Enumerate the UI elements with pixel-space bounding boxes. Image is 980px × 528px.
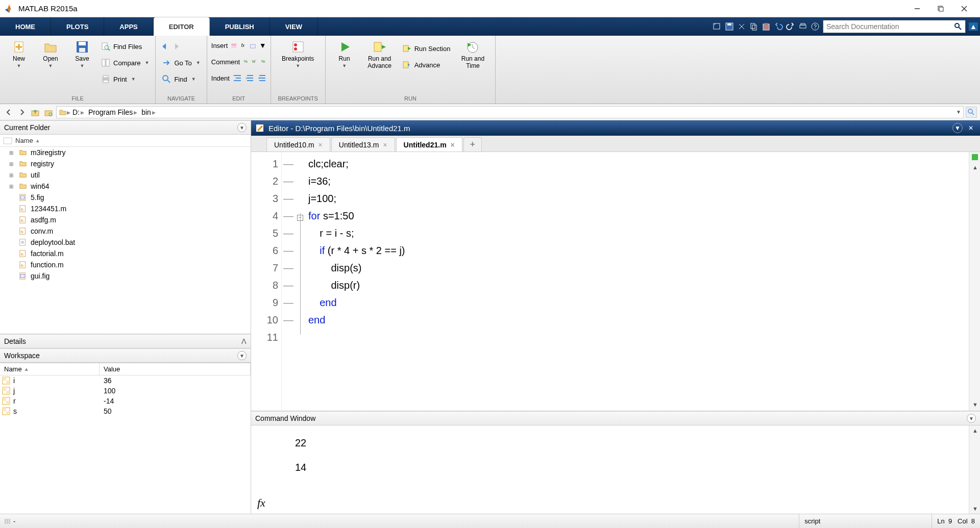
- folder-item[interactable]: ⊞m3iregistry: [0, 147, 251, 158]
- workspace-variable[interactable]: r-14: [0, 396, 251, 406]
- ws-col-value[interactable]: Value: [100, 363, 251, 375]
- path-dropdown[interactable]: ▼: [956, 109, 961, 115]
- find-button[interactable]: Find▼: [160, 72, 202, 86]
- breakpoints-button[interactable]: Breakpoints▼: [275, 39, 321, 68]
- comment-icon[interactable]: %: [243, 59, 249, 64]
- cmd-scroll-down[interactable]: ▼: [972, 506, 978, 512]
- code-editor[interactable]: 1234567891011 —————————— − clc;clear;i=3…: [251, 152, 980, 411]
- folder-item[interactable]: fxconv.m: [0, 225, 251, 237]
- folder-item[interactable]: deploytool.bat: [0, 237, 251, 248]
- new-button[interactable]: New▼: [4, 39, 34, 68]
- details-toggle[interactable]: ᐱ: [241, 337, 247, 345]
- uncomment-icon[interactable]: %: [252, 59, 257, 64]
- copy-icon[interactable]: [749, 22, 758, 31]
- cmd-scroll-up[interactable]: ▲: [972, 428, 978, 434]
- goto-button[interactable]: Go To▼: [160, 56, 202, 69]
- search-documentation[interactable]: [823, 20, 966, 33]
- folder-item[interactable]: fxasdfg.m: [0, 214, 251, 225]
- path-browse-button[interactable]: [43, 107, 54, 118]
- ws-col-name[interactable]: Name▲: [0, 363, 100, 375]
- editor-tab[interactable]: Untitled10.m×: [266, 137, 330, 152]
- insert-toolbox-icon[interactable]: [250, 42, 256, 49]
- path-up-button[interactable]: [30, 107, 41, 118]
- editor-tab[interactable]: Untitled13.m×: [331, 137, 395, 152]
- help-icon[interactable]: ?: [811, 22, 820, 31]
- current-folder-menu[interactable]: ▼: [237, 123, 247, 132]
- workspace-menu[interactable]: ▼: [237, 351, 247, 360]
- insert-section-icon[interactable]: [231, 42, 237, 49]
- scroll-down[interactable]: ▼: [972, 401, 978, 408]
- wrap-comment-icon[interactable]: %: [260, 59, 266, 64]
- scroll-up[interactable]: ▲: [972, 164, 978, 170]
- paste-icon[interactable]: [762, 22, 771, 31]
- breadcrumb[interactable]: ▸ D:▸ Program Files▸ bin▸ ▼: [56, 106, 964, 118]
- tab-view[interactable]: VIEW: [270, 17, 318, 36]
- crumb-part-0[interactable]: Program Files▸: [86, 108, 139, 116]
- editor-dock-menu[interactable]: ▼: [952, 123, 963, 133]
- folder-item[interactable]: ⊞util: [0, 169, 251, 181]
- save-button[interactable]: Save▼: [67, 39, 97, 68]
- folder-column-header[interactable]: Name▲: [0, 135, 251, 147]
- undo-icon[interactable]: [774, 22, 783, 31]
- workspace-variable[interactable]: i36: [0, 375, 251, 386]
- nav-back-icon[interactable]: [160, 42, 169, 51]
- matlab-logo-icon: [4, 4, 14, 14]
- path-fwd-button[interactable]: [16, 107, 28, 118]
- folder-item[interactable]: fxfactorial.m: [0, 248, 251, 259]
- run-button[interactable]: Run▼: [330, 39, 359, 68]
- command-window[interactable]: fx 2214 ▲ ▼: [251, 425, 980, 514]
- fx-icon[interactable]: fx: [257, 496, 265, 510]
- workspace-variable[interactable]: j100: [0, 386, 251, 396]
- folder-item[interactable]: fx1234451.m: [0, 203, 251, 214]
- search-icon[interactable]: [954, 22, 962, 31]
- nav-fwd-icon[interactable]: [172, 42, 181, 51]
- run-section-icon: [402, 44, 411, 53]
- tab-apps[interactable]: APPS: [104, 17, 153, 36]
- run-time-button[interactable]: Run and Time: [454, 39, 491, 69]
- indent-right-icon[interactable]: [245, 73, 254, 83]
- find-files-button[interactable]: Find Files: [99, 40, 151, 53]
- compare-button[interactable]: Compare▼: [99, 56, 151, 69]
- toolstrip-collapse[interactable]: ▲: [969, 22, 978, 31]
- editor-tab[interactable]: Untitled21.m×: [396, 137, 462, 152]
- close-tab-icon[interactable]: ×: [318, 141, 323, 149]
- details-header[interactable]: Details ᐱ: [0, 334, 251, 348]
- tab-plots[interactable]: PLOTS: [51, 17, 104, 36]
- path-search-button[interactable]: [966, 107, 977, 118]
- redo-icon[interactable]: [786, 22, 795, 31]
- editor-new-tab[interactable]: +: [463, 137, 482, 152]
- close-tab-icon[interactable]: ×: [383, 141, 387, 149]
- indent-left-icon[interactable]: [257, 73, 266, 83]
- maximize-button[interactable]: [929, 1, 952, 16]
- close-tab-icon[interactable]: ×: [451, 141, 455, 149]
- workspace-variable[interactable]: s50: [0, 406, 251, 416]
- folder-item[interactable]: 5.fig: [0, 192, 251, 203]
- folder-item[interactable]: fxfunction.m: [0, 259, 251, 270]
- print-button[interactable]: Print▼: [99, 72, 151, 86]
- tab-editor[interactable]: EDITOR: [154, 17, 210, 36]
- folder-item[interactable]: ⊞registry: [0, 158, 251, 169]
- editor-close[interactable]: ✕: [966, 123, 976, 133]
- folder-item[interactable]: ⊞win64: [0, 181, 251, 192]
- path-back-button[interactable]: [3, 107, 14, 118]
- print-icon[interactable]: [798, 22, 807, 31]
- close-button[interactable]: [952, 1, 976, 16]
- advance-button[interactable]: Advance: [400, 58, 453, 71]
- command-window-menu[interactable]: ▼: [967, 414, 976, 423]
- folder-item[interactable]: gui.fig: [0, 270, 251, 282]
- minimize-button[interactable]: [905, 1, 929, 16]
- search-input[interactable]: [826, 22, 954, 31]
- tab-home[interactable]: HOME: [0, 17, 51, 36]
- cut-icon[interactable]: [737, 22, 746, 31]
- save-icon[interactable]: [725, 22, 734, 31]
- crumb-drive[interactable]: D:▸: [70, 108, 86, 116]
- qat-icon[interactable]: [713, 22, 722, 31]
- insert-fx-icon[interactable]: fx: [240, 42, 247, 49]
- run-section-button[interactable]: Run Section: [400, 42, 453, 55]
- code-status-indicator[interactable]: [972, 154, 978, 160]
- crumb-part-1[interactable]: bin▸: [139, 108, 158, 116]
- indent-icon[interactable]: [233, 73, 242, 83]
- open-button[interactable]: Open▼: [36, 39, 65, 68]
- tab-publish[interactable]: PUBLISH: [210, 17, 270, 36]
- run-advance-button[interactable]: Run and Advance: [361, 39, 398, 69]
